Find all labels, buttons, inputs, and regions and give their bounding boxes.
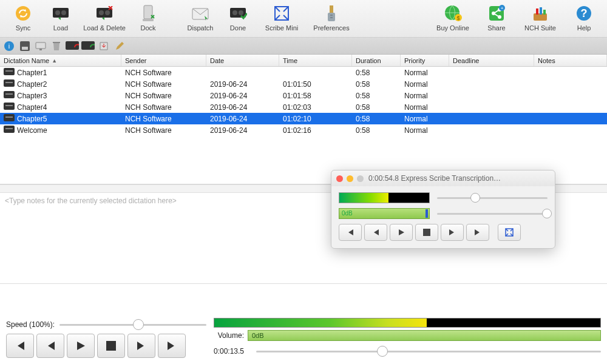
dispatch-label: Dispatch bbox=[188, 24, 214, 32]
svg-rect-34 bbox=[22, 47, 28, 50]
close-icon[interactable] bbox=[336, 175, 343, 182]
info-icon[interactable]: i bbox=[2, 39, 16, 53]
svg-point-0 bbox=[16, 6, 30, 21]
preferences-label: Preferences bbox=[313, 24, 349, 32]
mini-volume-slider[interactable] bbox=[437, 208, 548, 219]
col-deadline[interactable]: Deadline bbox=[449, 55, 534, 66]
svg-rect-37 bbox=[53, 42, 60, 43]
nch-suite-label: NCH Suite bbox=[524, 24, 556, 32]
buy-online-button[interactable]: $ Buy Online bbox=[429, 2, 477, 33]
mini-expand-button[interactable] bbox=[498, 224, 521, 241]
done-label: Done bbox=[230, 24, 246, 32]
table-row[interactable]: Chapter1NCH Software0:58Normal bbox=[0, 67, 607, 78]
svg-rect-36 bbox=[39, 49, 42, 50]
cassette-red-icon[interactable] bbox=[66, 39, 79, 53]
mini-skip-start-button[interactable] bbox=[339, 224, 362, 241]
col-notes[interactable]: Notes bbox=[534, 55, 607, 66]
col-time[interactable]: Time bbox=[279, 55, 352, 66]
table-row[interactable]: Chapter4NCH Software2019-06-2401:02:030:… bbox=[0, 101, 607, 113]
svg-rect-42 bbox=[106, 341, 116, 351]
transport-controls bbox=[6, 334, 206, 358]
mini-skip-end-button[interactable] bbox=[466, 224, 489, 241]
buy-online-icon: $ bbox=[443, 4, 463, 23]
col-priority[interactable]: Priority bbox=[401, 55, 449, 66]
svg-rect-10 bbox=[230, 8, 246, 18]
import-icon[interactable] bbox=[97, 39, 110, 53]
svg-rect-7 bbox=[144, 5, 152, 19]
mini-window-titlebar[interactable]: 0:00:54.8 Express Scribe Transcription… bbox=[331, 170, 555, 186]
svg-rect-15 bbox=[328, 13, 335, 21]
save-icon[interactable] bbox=[18, 39, 32, 53]
skip-end-button[interactable] bbox=[158, 334, 186, 358]
col-name[interactable]: Dictation Name▲ bbox=[0, 55, 121, 66]
load-delete-button[interactable]: Load & Delete bbox=[80, 2, 129, 33]
stop-button[interactable] bbox=[97, 334, 125, 358]
play-button[interactable] bbox=[67, 334, 95, 358]
scribe-mini-button[interactable]: Scribe Mini bbox=[257, 2, 306, 33]
mini-player-window[interactable]: 0:00:54.8 Express Scribe Transcription… … bbox=[331, 170, 555, 249]
forward-button[interactable] bbox=[127, 334, 155, 358]
dock-label: Dock bbox=[140, 24, 155, 32]
rewind-button[interactable] bbox=[36, 334, 64, 358]
svg-rect-14 bbox=[330, 5, 333, 13]
mini-transport-controls bbox=[339, 224, 548, 241]
cassette-icon bbox=[4, 103, 15, 110]
help-button[interactable]: ? Help bbox=[566, 2, 602, 33]
mini-db-meter: 0dB bbox=[339, 208, 430, 219]
dock-icon bbox=[138, 4, 158, 23]
mini-forward-button[interactable] bbox=[441, 224, 464, 241]
svg-rect-1 bbox=[53, 8, 69, 18]
table-row[interactable]: Chapter5NCH Software2019-06-2401:02:100:… bbox=[0, 113, 607, 124]
done-button[interactable]: Done bbox=[220, 2, 256, 33]
nch-suite-button[interactable]: NCH Suite bbox=[516, 2, 565, 33]
load-button[interactable]: Load bbox=[42, 2, 79, 33]
svg-point-5 bbox=[99, 10, 104, 15]
dispatch-button[interactable]: Dispatch bbox=[182, 2, 219, 33]
minimize-icon[interactable] bbox=[347, 175, 353, 182]
mini-progress-slider[interactable] bbox=[437, 192, 548, 203]
main-toolbar: Sync Load Load & Delete Dock Dispatch Do… bbox=[0, 0, 607, 38]
table-row[interactable]: Chapter3NCH Software2019-06-2401:01:580:… bbox=[0, 90, 607, 101]
dictation-table: Dictation Name▲ Sender Date Time Duratio… bbox=[0, 55, 607, 136]
time-position-label: 0:00:13.5 bbox=[214, 347, 250, 356]
load-icon bbox=[51, 4, 70, 23]
sync-icon bbox=[13, 4, 33, 23]
mini-stop-button[interactable] bbox=[415, 224, 438, 241]
svg-rect-38 bbox=[66, 41, 79, 50]
mini-play-button[interactable] bbox=[390, 224, 413, 241]
skip-start-button[interactable] bbox=[6, 334, 34, 358]
svg-rect-27 bbox=[540, 7, 542, 15]
spectrum-meter bbox=[214, 318, 601, 328]
mini-window-title: 0:00:54.8 Express Scribe Transcription… bbox=[368, 174, 501, 183]
mini-rewind-button[interactable] bbox=[364, 224, 387, 241]
monitor-icon[interactable] bbox=[34, 39, 47, 53]
edit-icon[interactable] bbox=[113, 39, 126, 53]
cassette-icon bbox=[4, 114, 15, 121]
table-row[interactable]: Chapter2NCH Software2019-06-2401:01:500:… bbox=[0, 78, 607, 90]
svg-point-6 bbox=[105, 10, 110, 15]
col-date[interactable]: Date bbox=[206, 55, 279, 66]
svg-text:+: + bbox=[501, 5, 504, 11]
cassette-green-icon[interactable] bbox=[81, 39, 95, 53]
scribe-mini-label: Scribe Mini bbox=[265, 24, 298, 32]
load-delete-icon bbox=[95, 4, 114, 23]
table-row[interactable]: WelcomeNCH Software2019-06-2401:02:160:5… bbox=[0, 124, 607, 136]
scribe-mini-icon bbox=[272, 4, 291, 23]
col-sender[interactable]: Sender bbox=[121, 55, 206, 66]
speed-slider[interactable] bbox=[59, 318, 206, 331]
time-slider[interactable] bbox=[256, 345, 601, 358]
zoom-icon[interactable] bbox=[357, 175, 364, 182]
nch-suite-icon bbox=[531, 4, 550, 23]
share-button[interactable]: + Share bbox=[478, 2, 515, 33]
svg-point-2 bbox=[55, 10, 60, 15]
cassette-icon bbox=[4, 79, 15, 87]
buy-online-label: Buy Online bbox=[436, 24, 469, 32]
svg-point-12 bbox=[239, 10, 243, 15]
trash-icon[interactable] bbox=[50, 39, 63, 53]
preferences-button[interactable]: Preferences bbox=[307, 2, 356, 33]
dock-button[interactable]: Dock bbox=[130, 2, 166, 33]
col-duration[interactable]: Duration bbox=[352, 55, 401, 66]
sync-button[interactable]: Sync bbox=[5, 2, 41, 33]
sort-asc-icon: ▲ bbox=[52, 58, 57, 64]
cassette-icon bbox=[4, 126, 15, 133]
